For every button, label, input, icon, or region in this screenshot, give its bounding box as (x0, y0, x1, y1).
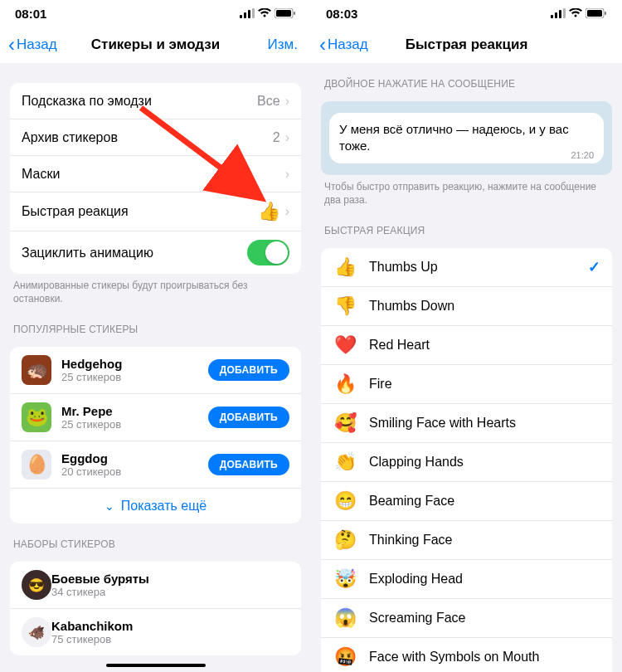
reaction-emoji-icon: 👎 (333, 295, 357, 317)
svg-rect-10 (559, 10, 561, 18)
reaction-row[interactable]: 🤯 Exploding Head (321, 560, 612, 599)
sticker-set-name: Kabanchikom (51, 619, 289, 633)
message-preview: У меня всё отлично — надеюсь, и у вас то… (321, 101, 612, 175)
sticker-set-name: Боевые буряты (51, 572, 289, 586)
sets-group: 😎 Боевые буряты 34 стикера 🐗 Kabanchikom… (10, 562, 301, 655)
chevron-right-icon: › (285, 130, 289, 145)
battery-icon (275, 7, 296, 21)
battery-icon (586, 7, 607, 21)
reaction-row[interactable]: 😱 Screaming Face (321, 599, 612, 638)
row-label: Архив стикеров (22, 130, 273, 145)
reaction-label: Thumbs Up (369, 260, 588, 275)
signal-icon (240, 7, 255, 21)
reaction-label: Screaming Face (369, 611, 600, 626)
sticker-pack-name: Mr. Pepe (61, 404, 208, 418)
status-icons (240, 7, 296, 21)
svg-rect-3 (252, 8, 255, 18)
svg-rect-2 (248, 10, 250, 18)
sticker-pack-count: 25 стикеров (61, 371, 208, 383)
settings-row-2[interactable]: Маски› (10, 156, 301, 192)
wifi-icon (258, 7, 271, 21)
checkmark-icon: ✓ (588, 258, 600, 276)
edit-button[interactable]: Изм. (268, 37, 303, 53)
reactions-group: 👍 Thumbs Up ✓ 👎 Thumbs Down ❤️ Red Heart… (321, 248, 612, 672)
row-label: Зациклить анимацию (22, 246, 247, 261)
sets-header: НАБОРЫ СТИКЕРОВ (0, 523, 311, 555)
sticker-set-row[interactable]: 🐗 Kabanchikom 75 стикеров (10, 609, 301, 655)
content-left: Подсказка по эмодзиВсе›Архив стикеров2›М… (0, 63, 311, 672)
phone-right: 08:03 ‹ Назад Быстрая реакция ДВОЙНОЕ НА… (311, 0, 622, 672)
sticker-set-row[interactable]: 😎 Боевые буряты 34 стикера (10, 562, 301, 609)
svg-rect-5 (276, 10, 291, 17)
home-indicator (106, 664, 206, 667)
page-title: Стикеры и эмодзи (91, 37, 220, 53)
reaction-emoji-icon: 👍 (333, 256, 357, 278)
sticker-pack-count: 20 стикеров (61, 465, 208, 478)
reaction-row[interactable]: 😁 Beaming Face (321, 482, 612, 521)
settings-row-3[interactable]: Быстрая реакция👍› (10, 192, 301, 231)
sticker-set-icon: 😎 (22, 570, 51, 600)
settings-row-4[interactable]: Зациклить анимацию (10, 231, 301, 274)
reaction-label: Face with Symbols on Mouth (369, 650, 600, 665)
add-sticker-button[interactable]: ДОБАВИТЬ (208, 407, 289, 428)
reaction-row[interactable]: 🤔 Thinking Face (321, 521, 612, 560)
chevron-left-icon: ‹ (8, 33, 15, 56)
reaction-row[interactable]: ❤️ Red Heart (321, 326, 612, 365)
show-more-button[interactable]: ⌄Показать ещё (10, 489, 301, 523)
settings-row-1[interactable]: Архив стикеров2› (10, 119, 301, 156)
settings-group: Подсказка по эмодзиВсе›Архив стикеров2›М… (10, 83, 301, 274)
svg-rect-14 (605, 12, 606, 15)
toggle-switch[interactable] (247, 240, 289, 265)
reaction-label: Red Heart (369, 338, 600, 353)
sticker-set-info: Боевые буряты 34 стикера (51, 572, 289, 598)
chevron-right-icon: › (285, 94, 289, 109)
message-bubble[interactable]: У меня всё отлично — надеюсь, и у вас то… (329, 113, 604, 163)
reaction-emoji-icon: 🤯 (333, 568, 357, 590)
reaction-label: Smiling Face with Hearts (369, 416, 600, 431)
reaction-label: Thinking Face (369, 533, 600, 548)
settings-row-0[interactable]: Подсказка по эмодзиВсе› (10, 83, 301, 119)
svg-rect-1 (244, 12, 246, 18)
sticker-pack-row[interactable]: 🦔 Hedgehog 25 стикеров ДОБАВИТЬ (10, 347, 301, 394)
row-label: Быстрая реакция (22, 204, 258, 219)
nav-bar: ‹ Назад Быстрая реакция (311, 27, 622, 63)
sticker-set-icon: 🐗 (22, 617, 51, 647)
reaction-emoji-icon: 😁 (333, 490, 357, 512)
add-sticker-button[interactable]: ДОБАВИТЬ (208, 359, 289, 381)
sticker-pack-icon: 🦔 (22, 355, 51, 385)
back-button[interactable]: ‹ Назад (319, 33, 368, 56)
chevron-left-icon: ‹ (319, 33, 326, 56)
double-tap-header: ДВОЙНОЕ НАЖАТИЕ НА СООБЩЕНИЕ (311, 63, 622, 95)
svg-rect-9 (555, 12, 557, 18)
sticker-set-count: 75 стикеров (51, 633, 289, 645)
phone-left: 08:01 ‹ Назад Стикеры и эмодзи Изм. Подс… (0, 0, 311, 672)
row-value: 2 (273, 130, 280, 145)
svg-rect-0 (240, 15, 242, 18)
sticker-pack-row[interactable]: 🥚 Eggdog 20 стикеров ДОБАВИТЬ (10, 441, 301, 489)
show-more-label: Показать ещё (121, 499, 207, 514)
reaction-row[interactable]: 🤬 Face with Symbols on Mouth (321, 638, 612, 672)
bubble-time: 21:20 (571, 149, 594, 162)
reaction-label: Exploding Head (369, 572, 600, 587)
popular-header: ПОПУЛЯРНЫЕ СТИКЕРЫ (0, 309, 311, 340)
add-sticker-button[interactable]: ДОБАВИТЬ (208, 454, 289, 475)
reaction-row[interactable]: 🔥 Fire (321, 365, 612, 404)
reaction-row[interactable]: 👏 Clapping Hands (321, 443, 612, 482)
reaction-row[interactable]: 👍 Thumbs Up ✓ (321, 248, 612, 287)
svg-rect-13 (587, 10, 602, 17)
reaction-row[interactable]: 👎 Thumbs Down (321, 287, 612, 326)
signal-icon (551, 7, 566, 21)
reaction-emoji-icon: 😱 (333, 607, 357, 629)
sticker-pack-row[interactable]: 🐸 Mr. Pepe 25 стикеров ДОБАВИТЬ (10, 394, 301, 441)
bubble-text: У меня всё отлично — надеюсь, и у вас то… (339, 122, 569, 153)
status-bar: 08:03 (311, 0, 622, 27)
status-icons (551, 7, 607, 21)
back-label: Назад (17, 37, 57, 53)
double-tap-footer: Чтобы быстро отправить реакцию, нажмите … (311, 175, 622, 210)
reaction-row[interactable]: 🥰 Smiling Face with Hearts (321, 404, 612, 443)
sticker-pack-info: Hedgehog 25 стикеров (61, 357, 208, 383)
page-title: Быстрая реакция (406, 37, 528, 53)
back-button[interactable]: ‹ Назад (8, 33, 57, 56)
sticker-pack-icon: 🐸 (22, 402, 51, 432)
svg-rect-8 (551, 15, 553, 18)
